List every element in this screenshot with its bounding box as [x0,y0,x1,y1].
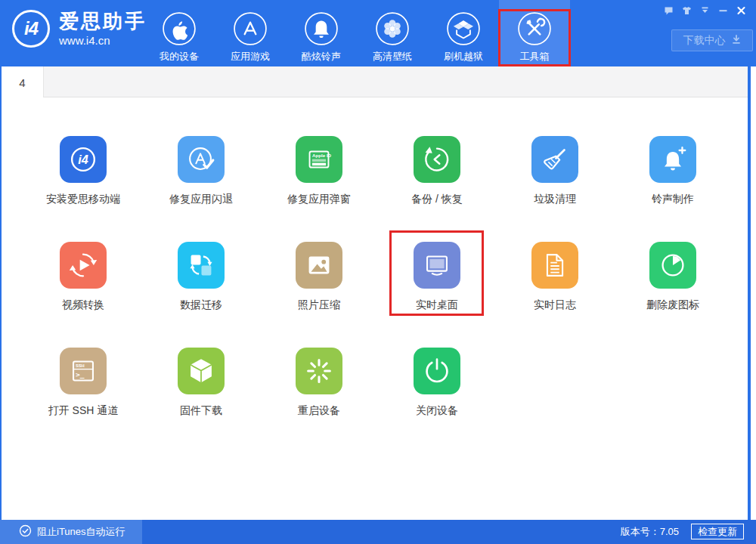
tile-firmware-download[interactable]: 固件下载 [142,348,260,453]
burst-icon [296,348,342,394]
appleid-dialog-icon: Apple ID [296,136,342,183]
photo-icon [296,242,342,289]
tile-photo-compress[interactable]: 照片压缩 [260,242,378,348]
tile-install-i4-mobile[interactable]: i4 安装爱思移动端 [24,136,142,242]
bell-icon [304,11,339,46]
tile-shutdown-device[interactable]: 关闭设备 [378,348,496,453]
page-indicator[interactable]: 4 [2,66,43,98]
status-bar: 阻止iTunes自动运行 版本号：7.05 检查更新 [0,520,756,544]
nav-item-label: 酷炫铃声 [302,50,341,63]
tile-video-convert[interactable]: 视频转换 [24,242,142,348]
tile-fix-app-crash[interactable]: 修复应用闪退 [142,136,260,242]
nav-item-label: 刷机越狱 [444,50,483,63]
broom-icon [531,136,578,183]
tool-grid: i4 安装爱思移动端 修复应用闪退 Apple ID 修复应用弹窗 备份 / 恢… [24,136,732,453]
nav-item-my-devices[interactable]: 我的设备 [144,0,215,66]
app-title: 爱思助手 [59,11,147,32]
tshirt-icon[interactable] [681,5,692,16]
power-icon [414,348,460,394]
i4-logo: i4 [12,10,50,48]
tile-label: 视频转换 [62,298,104,312]
tile-label: 打开 SSH 通道 [48,404,119,418]
tile-fix-appleid-popup[interactable]: Apple ID 修复应用弹窗 [260,136,378,242]
open-box-icon [446,11,481,46]
svg-text:>_: >_ [76,370,85,379]
tile-label: 删除废图标 [646,298,699,312]
time-machine-icon [414,136,460,183]
svg-text:i4: i4 [78,153,88,166]
block-itunes-label: 阻止iTunes自动运行 [37,525,125,539]
tile-live-desktop[interactable]: 实时桌面 [378,242,496,348]
video-convert-icon [60,242,107,289]
pie-icon [649,242,696,289]
nav-item-label: 我的设备 [160,50,199,63]
tile-label: 安装爱思移动端 [46,193,120,206]
main-nav: 我的设备 应用游戏 酷炫铃声 高清壁纸 刷机越狱 工具箱 [144,0,570,66]
tile-label: 固件下载 [180,404,222,418]
tile-label: 修复应用弹窗 [287,193,351,206]
tile-label: 照片压缩 [298,298,340,312]
check-update-button[interactable]: 检查更新 [691,524,744,539]
tile-label: 数据迁移 [180,298,222,312]
tile-data-migrate[interactable]: 数据迁移 [142,242,260,348]
window-controls [663,5,747,16]
nav-item-label: 高清壁纸 [373,50,412,63]
bell-plus-icon [649,136,696,183]
ssh-terminal-icon: SSH>_ [60,348,107,394]
cube-icon [178,348,225,394]
block-itunes-toggle[interactable]: 阻止iTunes自动运行 [0,520,142,544]
monitor-icon [414,242,460,289]
nav-item-ringtones[interactable]: 酷炫铃声 [286,0,357,66]
collapse-icon[interactable] [699,5,711,16]
tile-label: 铃声制作 [652,193,694,206]
tile-ringtone-maker[interactable]: 铃声制作 [614,136,732,242]
tile-label: 重启设备 [298,404,340,418]
minimize-icon[interactable] [717,5,729,16]
nav-item-wallpapers[interactable]: 高清壁纸 [357,0,428,66]
tile-label: 垃圾清理 [534,193,576,206]
chat-bubble-icon[interactable] [663,5,674,16]
svg-text:SSH: SSH [76,363,85,368]
flower-icon [375,11,410,46]
tab-strip-track [43,66,748,97]
toolbox-page: i4 安装爱思移动端 修复应用闪退 Apple ID 修复应用弹窗 备份 / 恢… [2,98,748,520]
svg-text:Apple ID: Apple ID [312,153,332,158]
header-bar: i4 爱思助手 www.i4.cn 我的设备 应用游戏 酷炫铃声 高清壁纸 刷机… [0,0,756,66]
tile-label: 备份 / 恢复 [411,193,463,206]
tools-icon [517,11,552,46]
tile-label: 修复应用闪退 [169,193,233,206]
tile-backup-restore[interactable]: 备份 / 恢复 [378,136,496,242]
tile-label: 实时桌面 [416,298,458,312]
download-center-button[interactable]: 下载中心 [671,29,753,51]
nav-item-flash-jailbreak[interactable]: 刷机越狱 [428,0,499,66]
apple-icon [162,11,197,46]
data-transfer-icon [178,242,225,289]
nav-item-label: 工具箱 [520,50,550,63]
appstore-icon [233,11,268,46]
nav-item-apps-games[interactable]: 应用游戏 [215,0,286,66]
i4-logo-icon: i4 [60,136,107,183]
nav-item-label: 应用游戏 [231,50,270,63]
close-icon[interactable] [736,5,747,16]
version-label: 版本号：7.05 [621,520,679,544]
app-url: www.i4.cn [59,34,147,47]
check-circle-icon [19,524,32,539]
brand: i4 爱思助手 www.i4.cn [12,10,147,48]
window-frame-right [748,66,751,520]
tile-reboot-device[interactable]: 重启设备 [260,348,378,453]
tile-open-ssh[interactable]: SSH>_ 打开 SSH 通道 [24,348,142,453]
tile-live-log[interactable]: 实时日志 [496,242,614,348]
brand-text: 爱思助手 www.i4.cn [59,11,147,47]
document-icon [531,242,578,289]
nav-item-toolbox[interactable]: 工具箱 [499,0,570,66]
tile-junk-clean[interactable]: 垃圾清理 [496,136,614,242]
download-center-label: 下载中心 [683,34,726,48]
tile-label: 实时日志 [534,298,576,312]
tile-remove-dead-icons[interactable]: 删除废图标 [614,242,732,348]
tab-strip: 4 [0,66,756,98]
app-window: i4 爱思助手 www.i4.cn 我的设备 应用游戏 酷炫铃声 高清壁纸 刷机… [0,0,756,544]
tile-label: 关闭设备 [416,404,458,418]
appstore-check-icon [178,136,225,183]
download-icon [731,34,742,47]
